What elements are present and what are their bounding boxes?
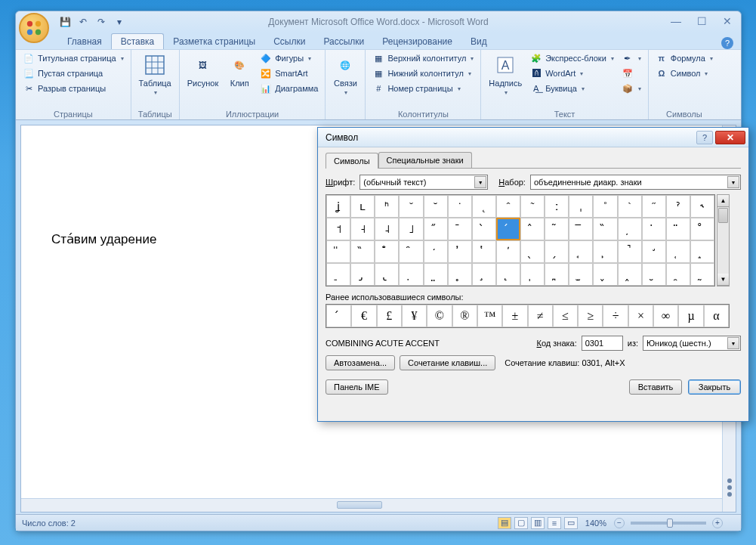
zoom-slider[interactable] — [631, 522, 706, 525]
recent-char-cell[interactable]: ÷ — [603, 305, 628, 327]
char-cell[interactable]: ̯ — [666, 263, 690, 286]
minimize-button[interactable]: — — [667, 14, 685, 28]
scroll-up-icon[interactable]: ▲ — [717, 195, 729, 207]
char-cell[interactable]: ̏ — [593, 218, 617, 240]
recent-char-cell[interactable]: ™ — [477, 305, 502, 327]
tab-page-layout[interactable]: Разметка страницы — [164, 34, 264, 49]
char-cell[interactable]: ˘ — [424, 195, 448, 218]
char-cell[interactable]: ˨ — [375, 218, 399, 240]
recent-symbols-grid[interactable]: ́€£¥©®™±≠≤≥÷×∞µα — [326, 304, 730, 328]
tab-references[interactable]: Ссылки — [264, 34, 314, 49]
char-cell[interactable]: ̑ — [399, 240, 423, 263]
tab-mailings[interactable]: Рассылки — [314, 34, 373, 49]
quickparts-button[interactable]: 🧩Экспресс-блоки▾ — [528, 51, 616, 65]
recent-char-cell[interactable]: ́ — [326, 305, 351, 327]
word-count[interactable]: Число слов: 2 — [22, 519, 76, 528]
char-cell[interactable]: ̬ — [593, 263, 617, 286]
shortcut-key-button[interactable]: Сочетание клавиш... — [400, 355, 495, 370]
maximize-button[interactable]: ☐ — [693, 14, 711, 28]
recent-char-cell[interactable]: ≤ — [553, 305, 578, 327]
redo-icon[interactable]: ↷ — [94, 15, 108, 29]
from-select[interactable]: Юникод (шестн.)▼ — [643, 336, 741, 351]
clipart-button[interactable]: 🎨Клип — [224, 51, 255, 89]
char-cell[interactable]: ̗ — [545, 240, 569, 263]
recent-char-cell[interactable]: ≥ — [578, 305, 603, 327]
smartart-button[interactable]: 🔀SmartArt — [258, 67, 320, 80]
footer-button[interactable]: ▦Нижний колонтитул▾ — [370, 67, 476, 80]
view-full-screen[interactable]: ▢ — [514, 517, 528, 529]
dialog-close-button[interactable]: ✕ — [715, 131, 745, 144]
char-cell[interactable]: ́ — [496, 218, 520, 240]
subset-select[interactable]: объединенные диакр. знаки▼ — [530, 175, 741, 190]
char-cell[interactable]: ̕ — [496, 240, 520, 263]
view-outline[interactable]: ≡ — [548, 517, 561, 529]
char-cell[interactable]: ˇ — [399, 195, 423, 218]
tab-symbols[interactable]: Символы — [326, 153, 378, 169]
char-cell[interactable]: ˀ — [666, 195, 690, 218]
ime-panel-button[interactable]: Панель IME — [326, 379, 388, 395]
picture-button[interactable]: 🖼Рисунок — [184, 51, 222, 89]
char-cell[interactable]: ̦ — [618, 218, 642, 240]
char-cell[interactable]: ̠ — [326, 263, 350, 286]
char-cell[interactable]: ̒ — [424, 240, 448, 263]
tab-insert[interactable]: Вставка — [111, 33, 165, 49]
char-cell[interactable]: ̣ — [399, 263, 423, 286]
char-cell[interactable]: ̧ — [472, 263, 496, 286]
char-cell[interactable]: ̋ — [424, 218, 448, 240]
view-print-layout[interactable]: ▤ — [498, 517, 511, 529]
char-cell[interactable]: ̮ — [642, 263, 666, 286]
char-cell[interactable]: ̙ — [593, 240, 617, 263]
recent-char-cell[interactable]: © — [427, 305, 452, 327]
char-cell[interactable]: ̡ — [350, 263, 375, 286]
save-icon[interactable]: 💾 — [58, 15, 72, 29]
char-cell[interactable]: ̔ — [472, 240, 496, 263]
char-cell[interactable]: ̫ — [569, 263, 593, 286]
symbol-button[interactable]: ΩСимвол▾ — [653, 67, 715, 80]
char-cell[interactable]: ˛ — [472, 195, 496, 218]
recent-char-cell[interactable]: ® — [452, 305, 477, 327]
recent-char-cell[interactable]: µ — [678, 305, 703, 327]
zoom-out-button[interactable]: − — [614, 518, 625, 528]
blank-page-button[interactable]: 📃Пустая страница — [20, 67, 126, 80]
links-button[interactable]: 🌐Связи▾ — [330, 51, 360, 98]
recent-char-cell[interactable]: × — [628, 305, 653, 327]
char-cell[interactable]: ` — [618, 195, 642, 218]
char-cell[interactable]: ˝ — [642, 195, 666, 218]
page-number-button[interactable]: #Номер страницы▾ — [370, 82, 476, 95]
char-cell[interactable]: ̐ — [375, 240, 399, 263]
tab-home[interactable]: Главная — [58, 34, 111, 49]
char-cell[interactable]: ː — [545, 195, 569, 218]
table-button[interactable]: Таблица▾ — [136, 51, 174, 98]
undo-icon[interactable]: ↶ — [76, 15, 90, 29]
char-cell[interactable]: ˦ — [326, 218, 350, 240]
char-cell[interactable]: ̎ — [326, 240, 350, 263]
close-button[interactable]: ✕ — [718, 14, 736, 28]
char-cell[interactable]: ̅ — [569, 218, 593, 240]
char-cell[interactable]: ˚ — [593, 195, 617, 218]
char-cell[interactable]: ̚ — [618, 240, 642, 263]
char-cell[interactable]: ̭ — [618, 263, 642, 286]
signature-button[interactable]: ✒▾ — [619, 51, 643, 65]
char-cell[interactable]: ̘ — [569, 240, 593, 263]
recent-char-cell[interactable]: ≠ — [528, 305, 553, 327]
datetime-button[interactable]: 📅 — [619, 67, 643, 80]
scroll-down-icon[interactable]: ▼ — [717, 274, 729, 286]
qat-dropdown-icon[interactable]: ▾ — [113, 15, 126, 29]
help-icon[interactable]: ? — [721, 37, 733, 49]
chart-button[interactable]: 📊Диаграмма — [258, 82, 320, 95]
char-cell[interactable]: ̈ — [666, 218, 690, 240]
office-button[interactable] — [19, 13, 49, 43]
scroll-thumb[interactable] — [718, 208, 728, 223]
dropcap-button[interactable]: A͟Буквица▾ — [528, 82, 616, 95]
char-cell[interactable]: ̄ — [448, 218, 472, 240]
tab-review[interactable]: Рецензирование — [373, 34, 461, 49]
char-cell[interactable]: ̏ — [350, 240, 375, 263]
formula-button[interactable]: πФормула▾ — [653, 51, 715, 65]
cover-page-button[interactable]: 📄Титульная страница▾ — [20, 51, 126, 65]
char-cell[interactable]: ̩ — [520, 263, 545, 286]
recent-char-cell[interactable]: £ — [377, 305, 402, 327]
recent-char-cell[interactable]: ± — [502, 305, 527, 327]
font-select[interactable]: (обычный текст)▼ — [359, 175, 488, 190]
grid-scrollbar[interactable]: ▲ ▼ — [717, 194, 730, 286]
char-cell[interactable]: ̢ — [375, 263, 399, 286]
